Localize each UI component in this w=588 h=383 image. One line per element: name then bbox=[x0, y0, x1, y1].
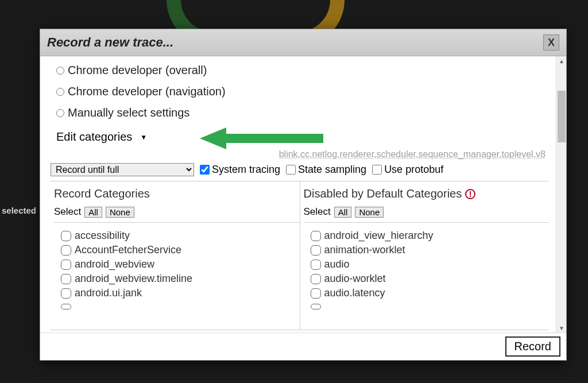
edit-categories-label: Edit categories bbox=[56, 130, 132, 144]
checkbox-input[interactable] bbox=[200, 165, 210, 175]
list-item-label: accessibility bbox=[75, 230, 130, 242]
list-item[interactable]: audio.latency bbox=[311, 286, 550, 300]
list-item[interactable]: android_webview.timeline bbox=[61, 272, 300, 286]
list-item[interactable]: AccountFetcherService bbox=[61, 243, 300, 257]
radio-input[interactable] bbox=[56, 67, 64, 75]
list-item-label: android_view_hierarchy bbox=[324, 230, 434, 242]
warning-icon: ! bbox=[465, 189, 475, 199]
radio-chrome-developer-navigation[interactable]: Chrome developer (navigation) bbox=[56, 81, 543, 102]
dialog-body-scroll: Chrome developer (overall) Chrome develo… bbox=[40, 56, 566, 332]
radio-label: Chrome developer (overall) bbox=[68, 64, 207, 77]
checkbox-label: System tracing bbox=[212, 164, 280, 176]
list-item-label: audio.latency bbox=[324, 287, 385, 299]
scroll-down-arrow-icon[interactable]: ▼ bbox=[556, 323, 566, 332]
select-label: Select bbox=[54, 206, 81, 218]
close-button[interactable]: X bbox=[543, 34, 559, 51]
list-item-label: android_webview bbox=[75, 258, 154, 270]
settings-radio-group: Chrome developer (overall) Chrome develo… bbox=[51, 59, 549, 127]
categories-columns: Record Categories Select All None access… bbox=[51, 181, 549, 330]
list-item-label: android.ui.jank bbox=[75, 287, 142, 299]
system-tracing-checkbox[interactable]: System tracing bbox=[200, 164, 280, 176]
radio-label: Chrome developer (navigation) bbox=[68, 85, 226, 98]
checkbox-icon[interactable] bbox=[61, 288, 71, 299]
select-none-button[interactable]: None bbox=[355, 207, 384, 218]
radio-manually-select-settings[interactable]: Manually select settings bbox=[56, 102, 543, 123]
checkbox-icon[interactable] bbox=[311, 245, 321, 256]
checkbox-input[interactable] bbox=[286, 165, 296, 175]
list-item-label: AccountFetcherService bbox=[75, 244, 181, 256]
list-item-label: audio-worklet bbox=[324, 273, 386, 285]
dialog-titlebar: Record a new trace... X bbox=[40, 29, 566, 56]
radio-label: Manually select settings bbox=[68, 106, 189, 119]
use-protobuf-checkbox[interactable]: Use protobuf bbox=[372, 164, 443, 176]
record-categories-column: Record Categories Select All None access… bbox=[51, 181, 300, 330]
list-item[interactable] bbox=[61, 300, 300, 311]
list-item-label: animation-worklet bbox=[324, 244, 405, 256]
select-label: Select bbox=[304, 206, 331, 218]
record-categories-list: accessibility AccountFetcherService andr… bbox=[54, 223, 300, 330]
dialog-footer: Record bbox=[40, 332, 566, 360]
column-title-label: Disabled by Default Categories bbox=[304, 187, 462, 200]
record-mode-select[interactable]: Record until full bbox=[51, 163, 194, 176]
checkbox-icon[interactable] bbox=[61, 231, 71, 241]
checkbox-icon[interactable] bbox=[311, 274, 321, 284]
list-item[interactable]: accessibility bbox=[61, 229, 300, 243]
record-trace-dialog: Record a new trace... X Chrome developer… bbox=[40, 29, 567, 361]
checkbox-icon[interactable] bbox=[61, 274, 71, 284]
checkbox-input[interactable] bbox=[372, 165, 382, 175]
scrollbar-thumb[interactable] bbox=[558, 91, 566, 142]
edit-categories-toggle[interactable]: Edit categories ▼ bbox=[56, 130, 147, 144]
dialog-title: Record a new trace... bbox=[47, 35, 173, 50]
list-item[interactable]: animation-worklet bbox=[311, 243, 550, 257]
categories-summary-path: blink,cc,netlog,renderer,scheduler,seque… bbox=[51, 149, 549, 162]
radio-input[interactable] bbox=[56, 88, 64, 96]
list-item[interactable]: android_webview bbox=[61, 257, 300, 272]
list-item[interactable] bbox=[311, 300, 550, 311]
checkbox-icon[interactable] bbox=[311, 260, 321, 270]
list-item[interactable]: audio-worklet bbox=[311, 272, 550, 286]
checkbox-icon[interactable] bbox=[311, 231, 321, 241]
annotation-arrow-icon bbox=[200, 126, 326, 151]
checkbox-icon[interactable] bbox=[311, 304, 321, 310]
chevron-down-icon: ▼ bbox=[140, 133, 147, 141]
select-all-button[interactable]: All bbox=[334, 207, 352, 218]
checkbox-icon[interactable] bbox=[311, 288, 321, 299]
checkbox-label: Use protobuf bbox=[384, 164, 443, 176]
vertical-scrollbar[interactable]: ▲ ▼ bbox=[556, 56, 566, 332]
list-item[interactable]: android.ui.jank bbox=[61, 286, 300, 300]
record-button[interactable]: Record bbox=[505, 336, 560, 357]
state-sampling-checkbox[interactable]: State sampling bbox=[286, 164, 366, 176]
record-options-bar: Record until full System tracing State s… bbox=[51, 162, 549, 181]
radio-input[interactable] bbox=[56, 109, 64, 117]
list-item[interactable]: audio bbox=[311, 257, 550, 272]
close-icon: X bbox=[548, 37, 555, 49]
list-item-label: audio bbox=[324, 258, 350, 270]
disabled-categories-list: android_view_hierarchy animation-worklet… bbox=[304, 223, 550, 330]
select-all-button[interactable]: All bbox=[84, 207, 102, 218]
radio-chrome-developer-overall[interactable]: Chrome developer (overall) bbox=[56, 60, 543, 81]
edit-categories-row: Edit categories ▼ bbox=[51, 127, 549, 149]
select-none-button[interactable]: None bbox=[106, 207, 134, 218]
checkbox-icon[interactable] bbox=[61, 260, 71, 270]
checkbox-icon[interactable] bbox=[61, 304, 71, 310]
checkbox-label: State sampling bbox=[298, 164, 366, 176]
list-item[interactable]: android_view_hierarchy bbox=[311, 229, 550, 243]
list-item-label: android_webview.timeline bbox=[75, 273, 192, 285]
selected-label: selected bbox=[2, 206, 36, 215]
svg-marker-0 bbox=[200, 127, 323, 149]
record-categories-title: Record Categories bbox=[54, 187, 300, 200]
disabled-categories-title: Disabled by Default Categories ! bbox=[304, 187, 550, 200]
scroll-up-arrow-icon[interactable]: ▲ bbox=[556, 56, 566, 65]
disabled-categories-column: Disabled by Default Categories ! Select … bbox=[300, 181, 550, 330]
checkbox-icon[interactable] bbox=[61, 245, 71, 256]
